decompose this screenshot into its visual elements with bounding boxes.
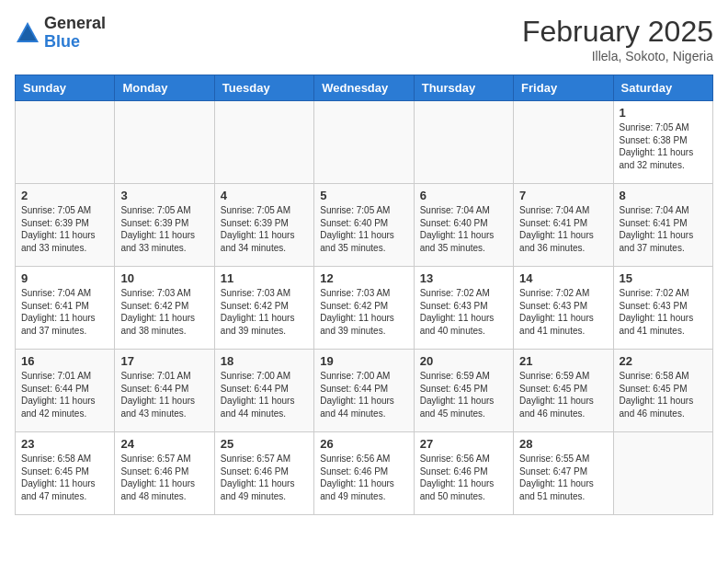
- day-info: Sunrise: 6:59 AM Sunset: 6:45 PM Dayligh…: [519, 370, 607, 419]
- weekday-header-monday: Monday: [115, 75, 214, 101]
- day-number: 12: [320, 271, 407, 285]
- calendar-cell: [16, 101, 115, 184]
- calendar-cell: 22Sunrise: 6:58 AM Sunset: 6:45 PM Dayli…: [613, 350, 712, 432]
- day-info: Sunrise: 7:04 AM Sunset: 6:41 PM Dayligh…: [21, 287, 108, 337]
- day-info: Sunrise: 7:05 AM Sunset: 6:39 PM Dayligh…: [221, 204, 308, 254]
- day-number: 28: [519, 437, 607, 451]
- day-info: Sunrise: 6:57 AM Sunset: 6:46 PM Dayligh…: [120, 453, 208, 502]
- calendar-cell: 8Sunrise: 7:04 AM Sunset: 6:41 PM Daylig…: [613, 184, 712, 267]
- day-info: Sunrise: 7:05 AM Sunset: 6:38 PM Dayligh…: [620, 121, 707, 171]
- day-number: 14: [519, 271, 607, 285]
- calendar-cell: [115, 101, 214, 184]
- day-number: 15: [620, 271, 707, 285]
- calendar-table: SundayMondayTuesdayWednesdayThursdayFrid…: [15, 75, 713, 515]
- day-number: 21: [519, 354, 607, 368]
- day-info: Sunrise: 7:03 AM Sunset: 6:42 PM Dayligh…: [221, 287, 308, 337]
- day-number: 24: [120, 437, 208, 451]
- day-info: Sunrise: 7:04 AM Sunset: 6:41 PM Dayligh…: [620, 204, 707, 254]
- location-subtitle: Illela, Sokoto, Nigeria: [522, 49, 713, 63]
- calendar-cell: 6Sunrise: 7:04 AM Sunset: 6:40 PM Daylig…: [414, 184, 513, 267]
- calendar-cell: 21Sunrise: 6:59 AM Sunset: 6:45 PM Dayli…: [514, 350, 613, 432]
- day-number: 23: [21, 437, 108, 451]
- calendar-cell: 4Sunrise: 7:05 AM Sunset: 6:39 PM Daylig…: [214, 184, 313, 267]
- day-number: 18: [221, 354, 308, 368]
- day-number: 4: [221, 189, 308, 202]
- calendar-cell: 19Sunrise: 7:00 AM Sunset: 6:44 PM Dayli…: [314, 350, 414, 432]
- day-info: Sunrise: 7:03 AM Sunset: 6:42 PM Dayligh…: [120, 287, 208, 337]
- weekday-header-tuesday: Tuesday: [214, 75, 313, 101]
- day-info: Sunrise: 7:00 AM Sunset: 6:44 PM Dayligh…: [320, 370, 407, 419]
- calendar-cell: 15Sunrise: 7:02 AM Sunset: 6:43 PM Dayli…: [613, 267, 712, 350]
- weekday-header-thursday: Thursday: [414, 75, 513, 101]
- calendar-cell: [613, 432, 712, 515]
- day-number: 20: [420, 354, 507, 368]
- calendar-week-3: 9Sunrise: 7:04 AM Sunset: 6:41 PM Daylig…: [16, 267, 713, 350]
- calendar-cell: 9Sunrise: 7:04 AM Sunset: 6:41 PM Daylig…: [16, 267, 115, 350]
- calendar-week-2: 2Sunrise: 7:05 AM Sunset: 6:39 PM Daylig…: [16, 184, 713, 267]
- calendar-cell: 1Sunrise: 7:05 AM Sunset: 6:38 PM Daylig…: [613, 101, 712, 184]
- day-number: 25: [221, 437, 308, 451]
- logo-general-text: General: [44, 14, 106, 32]
- day-info: Sunrise: 6:58 AM Sunset: 6:45 PM Dayligh…: [620, 370, 707, 419]
- month-title: February 2025: [522, 15, 713, 49]
- calendar-cell: 18Sunrise: 7:00 AM Sunset: 6:44 PM Dayli…: [214, 350, 313, 432]
- day-info: Sunrise: 7:01 AM Sunset: 6:44 PM Dayligh…: [21, 370, 108, 419]
- page-header: General Blue February 2025 Illela, Sokot…: [15, 15, 713, 63]
- day-number: 17: [120, 354, 208, 368]
- calendar-cell: [514, 101, 613, 184]
- day-info: Sunrise: 6:58 AM Sunset: 6:45 PM Dayligh…: [21, 453, 108, 502]
- day-info: Sunrise: 6:55 AM Sunset: 6:47 PM Dayligh…: [519, 453, 607, 502]
- day-info: Sunrise: 6:57 AM Sunset: 6:46 PM Dayligh…: [221, 453, 308, 502]
- calendar-cell: 7Sunrise: 7:04 AM Sunset: 6:41 PM Daylig…: [514, 184, 613, 267]
- day-number: 8: [620, 189, 707, 202]
- calendar-cell: 10Sunrise: 7:03 AM Sunset: 6:42 PM Dayli…: [115, 267, 214, 350]
- weekday-header-friday: Friday: [514, 75, 613, 101]
- logo: General Blue: [15, 15, 106, 52]
- day-info: Sunrise: 7:02 AM Sunset: 6:43 PM Dayligh…: [620, 287, 707, 337]
- weekday-header-saturday: Saturday: [613, 75, 712, 101]
- day-number: 7: [519, 189, 607, 202]
- calendar-cell: 25Sunrise: 6:57 AM Sunset: 6:46 PM Dayli…: [214, 432, 313, 515]
- calendar-cell: 12Sunrise: 7:03 AM Sunset: 6:42 PM Dayli…: [314, 267, 414, 350]
- day-info: Sunrise: 7:04 AM Sunset: 6:40 PM Dayligh…: [420, 204, 507, 254]
- calendar-cell: 26Sunrise: 6:56 AM Sunset: 6:46 PM Dayli…: [314, 432, 414, 515]
- day-number: 19: [320, 354, 407, 368]
- day-number: 6: [420, 189, 507, 202]
- day-number: 22: [620, 354, 707, 368]
- day-number: 13: [420, 271, 507, 285]
- day-number: 10: [120, 271, 208, 285]
- calendar-cell: 14Sunrise: 7:02 AM Sunset: 6:43 PM Dayli…: [514, 267, 613, 350]
- day-info: Sunrise: 7:05 AM Sunset: 6:40 PM Dayligh…: [320, 204, 407, 254]
- day-info: Sunrise: 7:04 AM Sunset: 6:41 PM Dayligh…: [519, 204, 607, 254]
- day-info: Sunrise: 7:00 AM Sunset: 6:44 PM Dayligh…: [221, 370, 308, 419]
- day-number: 2: [21, 189, 108, 202]
- calendar-cell: 11Sunrise: 7:03 AM Sunset: 6:42 PM Dayli…: [214, 267, 313, 350]
- title-block: February 2025 Illela, Sokoto, Nigeria: [522, 15, 713, 63]
- weekday-header-wednesday: Wednesday: [314, 75, 414, 101]
- day-info: Sunrise: 7:05 AM Sunset: 6:39 PM Dayligh…: [21, 204, 108, 254]
- day-info: Sunrise: 7:03 AM Sunset: 6:42 PM Dayligh…: [320, 287, 407, 337]
- calendar-cell: [314, 101, 414, 184]
- calendar-cell: [414, 101, 513, 184]
- logo-icon: [15, 20, 40, 46]
- day-number: 5: [320, 189, 407, 202]
- day-number: 11: [221, 271, 308, 285]
- calendar-cell: 24Sunrise: 6:57 AM Sunset: 6:46 PM Dayli…: [115, 432, 214, 515]
- calendar-week-5: 23Sunrise: 6:58 AM Sunset: 6:45 PM Dayli…: [16, 432, 713, 515]
- calendar-cell: 28Sunrise: 6:55 AM Sunset: 6:47 PM Dayli…: [514, 432, 613, 515]
- day-number: 27: [420, 437, 507, 451]
- day-info: Sunrise: 7:01 AM Sunset: 6:44 PM Dayligh…: [120, 370, 208, 419]
- logo-blue-text: Blue: [44, 32, 80, 51]
- calendar-cell: 17Sunrise: 7:01 AM Sunset: 6:44 PM Dayli…: [115, 350, 214, 432]
- calendar-cell: 23Sunrise: 6:58 AM Sunset: 6:45 PM Dayli…: [16, 432, 115, 515]
- weekday-header-row: SundayMondayTuesdayWednesdayThursdayFrid…: [16, 75, 713, 101]
- day-info: Sunrise: 7:02 AM Sunset: 6:43 PM Dayligh…: [420, 287, 507, 337]
- calendar-cell: 20Sunrise: 6:59 AM Sunset: 6:45 PM Dayli…: [414, 350, 513, 432]
- day-number: 9: [21, 271, 108, 285]
- calendar-week-4: 16Sunrise: 7:01 AM Sunset: 6:44 PM Dayli…: [16, 350, 713, 432]
- day-number: 16: [21, 354, 108, 368]
- day-number: 26: [320, 437, 407, 451]
- day-info: Sunrise: 6:59 AM Sunset: 6:45 PM Dayligh…: [420, 370, 507, 419]
- day-info: Sunrise: 7:02 AM Sunset: 6:43 PM Dayligh…: [519, 287, 607, 337]
- day-info: Sunrise: 7:05 AM Sunset: 6:39 PM Dayligh…: [120, 204, 208, 254]
